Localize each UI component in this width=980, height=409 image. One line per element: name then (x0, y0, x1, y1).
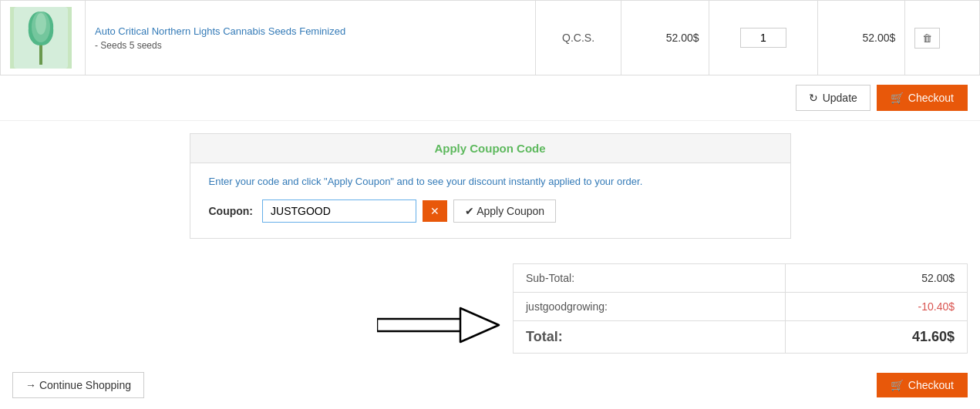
coupon-input[interactable] (262, 199, 416, 223)
coupon-title: Apply Coupon Code (434, 142, 545, 155)
coupon-body: Enter your code and click "Apply Coupon"… (190, 163, 790, 238)
discount-value: -10.40$ (786, 293, 968, 321)
product-qty-cell (709, 1, 818, 75)
cart-icon-bottom: 🛒 (891, 379, 904, 391)
product-price: 52.00$ (666, 32, 699, 44)
product-delete-cell: 🗑 (905, 1, 980, 75)
delete-button[interactable]: 🗑 (914, 28, 940, 49)
subtotal-value: 52.00$ (786, 264, 968, 293)
refresh-icon: ↻ (809, 92, 818, 104)
clear-coupon-button[interactable]: ✕ (423, 200, 447, 222)
coupon-form-row: Coupon: ✕ ✔ Apply Coupon (209, 199, 772, 223)
product-price-cell: 52.00$ (621, 1, 709, 75)
product-image-cell (1, 1, 86, 75)
coupon-header: Apply Coupon Code (190, 134, 790, 163)
cart-icon-top: 🛒 (891, 92, 904, 104)
update-button[interactable]: ↻ Update (796, 85, 871, 111)
total-label: Total: (514, 321, 786, 354)
arrow-svg (377, 302, 500, 348)
trash-icon: 🗑 (922, 32, 932, 44)
continue-shopping-label: → Continue Shopping (25, 379, 131, 391)
total-row: Total: 41.60$ (514, 321, 968, 354)
apply-coupon-label: ✔ Apply Coupon (465, 205, 544, 217)
product-name-cell: Auto Critical Northern Lights Cannabis S… (86, 1, 536, 75)
update-label: Update (823, 92, 857, 104)
coupon-section: Apply Coupon Code Enter your code and cl… (190, 133, 791, 239)
discount-row: justgoodgrowing: -10.40$ (514, 293, 968, 321)
product-total: 52.00$ (862, 32, 895, 44)
svg-point-5 (35, 13, 46, 35)
continue-shopping-button[interactable]: → Continue Shopping (12, 372, 144, 398)
checkout-button-top[interactable]: 🛒 Checkout (877, 85, 968, 111)
plant-icon (14, 7, 68, 69)
coupon-description: Enter your code and click "Apply Coupon"… (209, 176, 772, 187)
clear-icon: ✕ (430, 205, 439, 217)
summary-table: Sub-Total: 52.00$ justgoodgrowing: -10.4… (513, 263, 968, 354)
checkout-label-bottom: Checkout (908, 379, 954, 391)
checkout-label-top: Checkout (908, 92, 954, 104)
bottom-action-row: → Continue Shopping 🛒 Checkout (0, 360, 980, 409)
checkout-button-bottom[interactable]: 🛒 Checkout (877, 373, 968, 397)
svg-rect-6 (377, 319, 462, 331)
subtotal-row: Sub-Total: 52.00$ (514, 264, 968, 293)
action-row: ↻ Update 🛒 Checkout (0, 75, 980, 121)
subtotal-label: Sub-Total: (514, 264, 786, 293)
arrow-indicator (377, 302, 500, 348)
product-name-link[interactable]: Auto Critical Northern Lights Cannabis S… (95, 25, 345, 37)
qty-input[interactable] (740, 28, 786, 48)
product-unit: Q.C.S. (562, 32, 594, 44)
svg-marker-7 (460, 308, 499, 342)
coupon-label: Coupon: (209, 205, 254, 217)
total-value: 41.60$ (786, 321, 968, 354)
discount-label: justgoodgrowing: (514, 293, 786, 321)
apply-coupon-button[interactable]: ✔ Apply Coupon (453, 199, 556, 223)
product-image (10, 7, 72, 69)
product-unit-cell: Q.C.S. (535, 1, 621, 75)
product-table: Auto Critical Northern Lights Cannabis S… (0, 0, 980, 75)
product-sub: - Seeds 5 seeds (95, 40, 526, 51)
table-row: Auto Critical Northern Lights Cannabis S… (1, 1, 980, 75)
product-total-cell: 52.00$ (818, 1, 905, 75)
